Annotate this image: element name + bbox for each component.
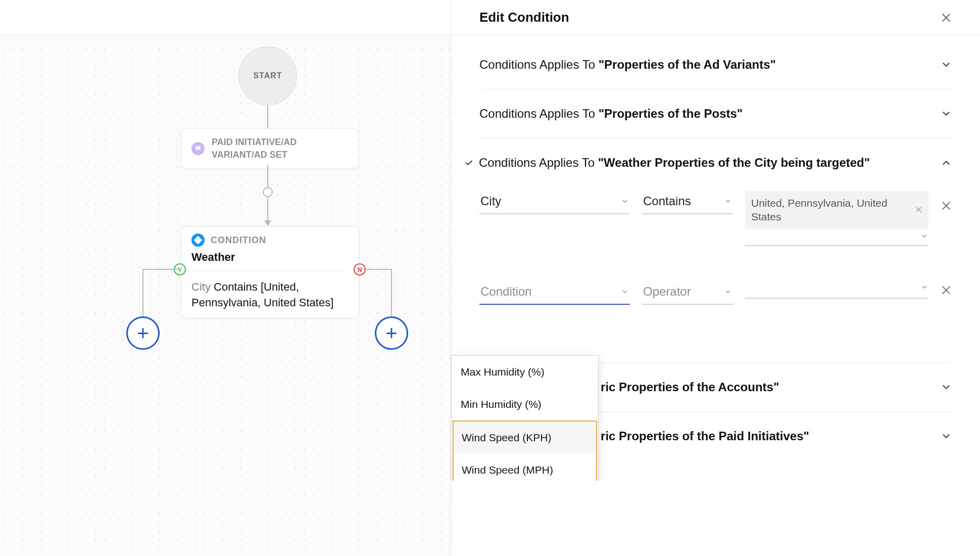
condition-row-1: City Contains United, Pennsylvania, Unit… — [479, 191, 952, 246]
field-select[interactable]: City — [479, 191, 630, 214]
start-label: START — [253, 71, 282, 80]
remove-row-icon[interactable] — [941, 285, 952, 296]
section-bold: ric Properties of the Paid Initiatives" — [601, 429, 809, 443]
plus-icon: + — [385, 322, 397, 345]
connector — [267, 105, 268, 128]
field-select[interactable]: Condition — [479, 282, 630, 305]
chevron-down-icon — [621, 197, 629, 205]
operator-select[interactable]: Operator — [642, 282, 733, 305]
field-select-placeholder: Condition — [480, 285, 531, 299]
app-topbar — [0, 0, 451, 35]
condition-desc-field: City — [191, 281, 211, 293]
section-prefix: Conditions Applies To — [479, 58, 599, 71]
close-icon[interactable] — [941, 12, 952, 23]
section-bold: "Properties of the Posts" — [599, 107, 743, 120]
operator-select-value: Contains — [643, 194, 691, 208]
section-header-posts[interactable]: Conditions Applies To "Properties of the… — [479, 107, 952, 121]
connector — [143, 269, 181, 320]
panel-title: Edit Condition — [479, 10, 569, 25]
condition-card[interactable]: CONDITION Weather City Contains [United,… — [181, 226, 359, 318]
condition-description: City Contains [United, Pennsylvania, Uni… — [191, 280, 349, 311]
chevron-down-icon — [724, 288, 732, 296]
dropdown-highlight: Wind Speed (KPH) Wind Speed (MPH) — [453, 421, 597, 481]
chevron-down-icon — [941, 59, 952, 70]
chevron-down-icon — [920, 283, 928, 291]
section-posts: Conditions Applies To "Properties of the… — [479, 89, 952, 138]
operator-select[interactable]: Contains — [642, 191, 733, 214]
dropdown-option[interactable]: Wind Speed (KPH) — [454, 422, 596, 454]
section-header-ad-variants[interactable]: Conditions Applies To "Properties of the… — [479, 58, 952, 72]
paid-label-line2: VARIANT/AD SET — [212, 149, 297, 161]
diamond-icon — [191, 234, 205, 247]
arrowhead-icon — [264, 220, 271, 226]
paid-label-line1: PAID INITIATIVE/AD — [212, 136, 297, 149]
chat-icon — [191, 142, 205, 155]
section-bold: ric Properties of the Accounts" — [601, 380, 779, 394]
field-select-value: City — [480, 194, 501, 208]
chevron-up-icon — [941, 157, 952, 168]
chevron-down-icon — [621, 288, 629, 296]
chevron-down-icon — [941, 382, 952, 393]
value-tag-input[interactable]: United, Pennsylvania, United States ✕ — [745, 191, 928, 246]
section-bold: "Weather Properties of the City being ta… — [598, 156, 870, 169]
section-bold: "Properties of the Ad Variants" — [599, 58, 776, 71]
flow-canvas[interactable]: START PAID INITIATIVE/AD VARIANT/AD SET — [0, 35, 451, 556]
condition-row-2: Condition Operator — [479, 282, 952, 305]
chevron-down-icon — [941, 431, 952, 442]
plus-icon: + — [137, 322, 149, 345]
condition-title: Weather — [191, 251, 349, 271]
edit-condition-panel: Edit Condition Conditions Applies To "Pr… — [451, 0, 980, 556]
value-tag: United, Pennsylvania, United States ✕ — [745, 191, 928, 229]
operator-select-placeholder: Operator — [643, 285, 691, 299]
section-prefix: Conditions Applies To — [479, 107, 599, 120]
connector — [360, 269, 398, 320]
connector-midpoint[interactable] — [263, 187, 273, 197]
condition-desc-value: [United, Pennsylvania, United States] — [191, 281, 333, 309]
paid-initiative-card[interactable]: PAID INITIATIVE/AD VARIANT/AD SET — [181, 128, 358, 169]
start-node[interactable]: START — [238, 47, 297, 105]
section-ad-variants: Conditions Applies To "Properties of the… — [479, 52, 952, 89]
check-icon — [464, 158, 474, 168]
add-yes-branch-button[interactable]: + — [126, 316, 160, 350]
tag-remove-icon[interactable]: ✕ — [915, 204, 922, 216]
dropdown-option[interactable]: Max Humidity (%) — [452, 356, 598, 388]
section-weather: Conditions Applies To "Weather Propertie… — [479, 138, 952, 362]
condition-tag: CONDITION — [211, 235, 266, 246]
chevron-down-icon — [920, 232, 928, 240]
dropdown-option[interactable]: Min Humidity (%) — [452, 388, 598, 421]
dropdown-option[interactable]: Wind Speed (MPH) — [454, 454, 596, 481]
tag-text: United, Pennsylvania, United States — [751, 196, 910, 224]
add-no-branch-button[interactable]: + — [375, 316, 408, 350]
chevron-down-icon — [724, 197, 732, 205]
section-prefix: Conditions Applies To — [479, 156, 598, 169]
chevron-down-icon — [941, 108, 952, 119]
section-header-weather[interactable]: Conditions Applies To "Weather Propertie… — [464, 156, 952, 170]
value-input[interactable] — [745, 282, 928, 299]
condition-desc-op: Contains — [214, 281, 258, 293]
remove-row-icon[interactable] — [941, 200, 952, 211]
condition-dropdown: Max Humidity (%) Min Humidity (%) Wind S… — [451, 355, 599, 481]
